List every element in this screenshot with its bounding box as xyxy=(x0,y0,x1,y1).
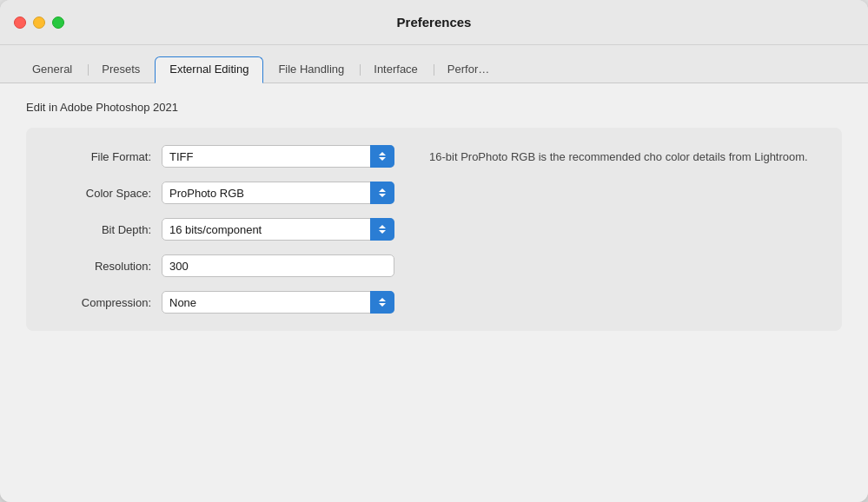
compression-label: Compression: xyxy=(47,296,151,309)
tabs-bar: General Presets External Editing File Ha… xyxy=(0,45,868,83)
maximize-button[interactable] xyxy=(52,17,64,29)
tab-general[interactable]: General xyxy=(17,56,87,83)
bit-depth-select[interactable]: 16 bits/component 8 bits/component xyxy=(162,218,394,241)
resolution-wrapper xyxy=(162,254,394,277)
file-format-select[interactable]: TIFF PSD xyxy=(162,145,394,168)
window-title: Preferences xyxy=(397,15,472,30)
file-format-row: File Format: TIFF PSD xyxy=(47,145,394,168)
bit-depth-label: Bit Depth: xyxy=(47,223,151,236)
bit-depth-row: Bit Depth: 16 bits/component 8 bits/comp… xyxy=(47,218,394,241)
tab-performance[interactable]: Perfor… xyxy=(433,56,504,83)
file-format-label: File Format: xyxy=(47,150,151,163)
compression-select[interactable]: None LZW ZIP xyxy=(162,291,394,314)
settings-panel: File Format: TIFF PSD Color Space: xyxy=(26,128,842,331)
titlebar: Preferences xyxy=(0,0,868,45)
section-title: Edit in Adobe Photoshop 2021 xyxy=(26,101,842,114)
minimize-button[interactable] xyxy=(33,17,45,29)
color-space-wrapper: ProPhoto RGB sRGB AdobeRGB xyxy=(162,182,394,204)
color-space-label: Color Space: xyxy=(47,187,151,200)
form-section: File Format: TIFF PSD Color Space: xyxy=(47,145,394,314)
resolution-input[interactable] xyxy=(162,254,394,277)
preferences-window: Preferences General Presets External Edi… xyxy=(0,0,868,502)
tab-file-handling[interactable]: File Handling xyxy=(263,56,359,83)
resolution-label: Resolution: xyxy=(47,260,151,273)
bit-depth-wrapper: 16 bits/component 8 bits/component xyxy=(162,218,394,241)
compression-wrapper: None LZW ZIP xyxy=(162,291,394,314)
compression-row: Compression: None LZW ZIP xyxy=(47,291,394,314)
color-space-select[interactable]: ProPhoto RGB sRGB AdobeRGB xyxy=(162,182,394,204)
close-button[interactable] xyxy=(14,17,26,29)
resolution-row: Resolution: xyxy=(47,254,394,277)
traffic-lights xyxy=(14,17,64,29)
file-format-wrapper: TIFF PSD xyxy=(162,145,394,168)
color-space-row: Color Space: ProPhoto RGB sRGB AdobeRGB xyxy=(47,182,394,204)
tab-external-editing[interactable]: External Editing xyxy=(155,56,263,83)
main-content: Edit in Adobe Photoshop 2021 File Format… xyxy=(0,83,868,502)
tab-presets[interactable]: Presets xyxy=(87,56,155,83)
tab-interface[interactable]: Interface xyxy=(359,56,433,83)
help-text: 16-bit ProPhoto RGB is the recommended c… xyxy=(429,145,821,314)
